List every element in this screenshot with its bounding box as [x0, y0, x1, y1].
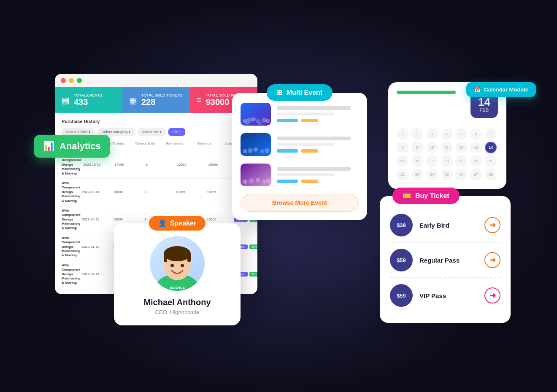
avatar-svg: SCIENCE [150, 236, 205, 291]
col-remaining: Remaining [166, 142, 196, 149]
stat-tickets-value: 228 [141, 97, 183, 107]
cal-cell-15[interactable]: 15 [397, 155, 408, 167]
filter-select-no[interactable]: Select No ▾ [138, 128, 166, 136]
svg-point-21 [254, 148, 258, 152]
cal-cell-14-active[interactable]: 14 [485, 142, 497, 153]
cal-cell-21[interactable]: 21 [485, 155, 497, 167]
cal-cell-2[interactable]: 2 [411, 128, 423, 140]
tag-orange-3 [301, 180, 318, 183]
row-date-3: 2023-10-12 [82, 217, 111, 221]
event-sub-bar-3 [277, 173, 334, 176]
analytics-badge[interactable]: 📊 Analytics [34, 135, 110, 158]
filter-button[interactable]: Filter [168, 128, 185, 136]
price-early-bird: $39 [390, 214, 413, 236]
multi-event-label: Multi Event [287, 89, 322, 97]
row-total-1: 14000 [115, 163, 144, 166]
row-date-1: 2022-10-10 [84, 163, 113, 166]
row-sold-1: 8 [146, 163, 176, 166]
stat-tickets-label: Total Sold Tickets [141, 93, 183, 97]
event-sub-bar-1 [277, 113, 334, 115]
calendar-icon: 📅 [474, 86, 481, 93]
event-btn-4[interactable]: Event [249, 244, 257, 249]
ticket-option-vip: $59 VIP Pass ➜ [390, 278, 500, 313]
event-thumb-2 [241, 133, 271, 156]
crowd-image-3 [241, 164, 271, 186]
cal-cell-12[interactable]: 12 [455, 142, 467, 153]
browse-more-button[interactable]: Browse More Event [241, 194, 359, 212]
cal-cell-17[interactable]: 17 [426, 155, 438, 167]
cal-cell-22[interactable]: 22 [397, 169, 408, 180]
event-btn-5[interactable]: Event [249, 272, 257, 277]
cal-cell-18[interactable]: 18 [441, 155, 453, 167]
speaker-label: Speaker [170, 220, 196, 227]
cal-cell-20[interactable]: 20 [470, 155, 482, 167]
svg-point-19 [243, 149, 247, 153]
svg-point-16 [246, 122, 249, 125]
event-details-1 [277, 106, 359, 122]
multi-event-badge: ⊞ Multi Event [267, 84, 333, 101]
cal-cell-26[interactable]: 26 [455, 169, 467, 180]
price-regular: $59 [390, 249, 413, 271]
cal-cell-4[interactable]: 4 [441, 128, 453, 140]
cal-cell-5[interactable]: 5 [455, 128, 467, 140]
cal-cell-25[interactable]: 25 [441, 169, 453, 180]
cal-cell-16[interactable]: 16 [411, 155, 423, 167]
cal-cell-3[interactable]: 3 [426, 128, 438, 140]
event-title-bar-1 [277, 106, 351, 110]
svg-point-22 [260, 149, 264, 153]
analytics-label: Analytics [59, 141, 101, 152]
close-dot [61, 78, 66, 83]
speaker-card: 👤 Speaker SCIENCE [114, 223, 241, 325]
speaker-name: Michael Anthony [124, 298, 230, 307]
events-icon: ▦ [62, 95, 70, 105]
arrow-vip[interactable]: ➜ [484, 287, 500, 303]
event-tags-1 [277, 119, 359, 122]
svg-point-7 [181, 264, 184, 267]
svg-point-25 [243, 180, 247, 184]
ticket-name-regular: Regular Pass [419, 257, 478, 264]
tag-orange-1 [301, 119, 318, 122]
cal-cell-27[interactable]: 27 [470, 169, 482, 180]
tag-orange-2 [301, 149, 318, 153]
cal-cell-11[interactable]: 11 [441, 142, 453, 153]
svg-point-23 [265, 148, 270, 153]
event-details-2 [277, 137, 359, 153]
titlebar [55, 74, 257, 87]
svg-point-27 [256, 178, 260, 182]
event-tags-3 [277, 180, 359, 183]
cal-cell-19[interactable]: 19 [455, 155, 467, 167]
tag-blue-2 [277, 149, 298, 153]
cal-cell-13[interactable]: 13 [470, 142, 482, 153]
cal-cell-6[interactable]: 6 [470, 128, 482, 140]
price-icon: ≡ [197, 95, 202, 105]
speaker-badge: 👤 Speaker [149, 216, 205, 231]
calendar-month: FEB [480, 107, 489, 113]
cal-cell-24[interactable]: 24 [426, 169, 438, 180]
svg-point-17 [258, 122, 262, 125]
stat-events-label: Total Events [74, 93, 103, 97]
row-date-4: 2022-01-14 [82, 245, 111, 249]
row-name-4: With ComponentDesign Maintaining& Moving [62, 236, 80, 258]
event-thumb-1 [241, 103, 271, 126]
tickets-icon: ▦ [129, 95, 137, 105]
cal-cell-7[interactable]: 7 [485, 128, 497, 140]
table-row: With ComponentDesign Maintaining& Moving… [62, 179, 251, 206]
multi-event-icon: ⊞ [277, 89, 282, 97]
cal-cell-1[interactable]: 1 [397, 128, 408, 140]
cal-cell-28[interactable]: 28 [485, 169, 497, 180]
avatar: SCIENCE [150, 236, 205, 291]
buy-ticket-badge: 🎫 Buy Ticket [392, 188, 460, 204]
crowd-image-2 [241, 133, 271, 156]
cal-cell-10[interactable]: 10 [426, 142, 438, 153]
svg-point-12 [251, 117, 256, 121]
calendar-day: 14 [478, 97, 490, 107]
svg-point-26 [249, 178, 254, 183]
row-date-5: 2022-07-14 [82, 272, 111, 276]
arrow-early-bird[interactable]: ➜ [484, 217, 500, 233]
cal-cell-8[interactable]: 8 [397, 142, 408, 153]
arrow-regular[interactable]: ➜ [484, 252, 500, 268]
cal-cell-9[interactable]: 9 [411, 142, 423, 153]
row-name-3: With ComponentDesign Maintaining& Moving [62, 209, 80, 231]
cal-cell-23[interactable]: 23 [411, 169, 423, 180]
analytics-icon: 📊 [43, 141, 54, 152]
